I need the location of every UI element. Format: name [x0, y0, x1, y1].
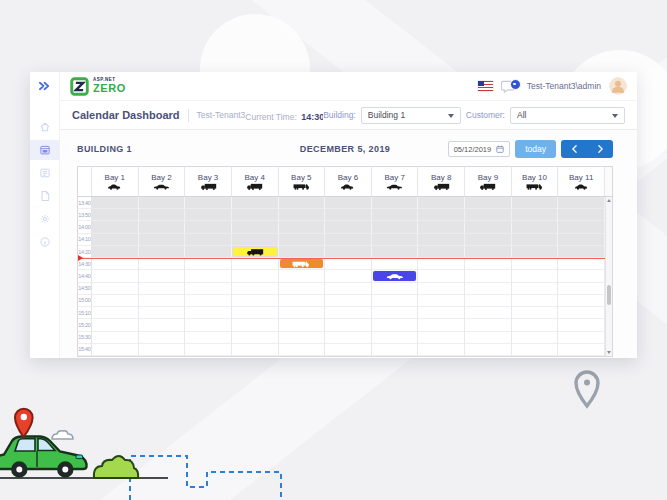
slot-cell[interactable]: [512, 197, 559, 209]
slot-cell[interactable]: [465, 197, 512, 209]
slot-cell[interactable]: [232, 197, 279, 209]
language-flag-icon[interactable]: [478, 81, 493, 91]
slot-cell[interactable]: [279, 283, 326, 295]
slot-cell[interactable]: [372, 307, 419, 319]
date-input[interactable]: 05/12/2019: [448, 141, 511, 157]
slot-cell[interactable]: [558, 246, 605, 258]
slot-cell[interactable]: [325, 234, 372, 246]
building-select[interactable]: Building 1: [361, 107, 461, 124]
slot-cell[interactable]: [139, 234, 186, 246]
slot-cell[interactable]: [139, 344, 186, 356]
slot-cell[interactable]: [372, 283, 419, 295]
slot-cell[interactable]: [279, 307, 326, 319]
slot-cell[interactable]: [325, 197, 372, 209]
slot-cell[interactable]: [512, 332, 559, 344]
slot-cell[interactable]: [558, 209, 605, 221]
slot-cell[interactable]: [185, 209, 232, 221]
slot-cell[interactable]: [279, 344, 326, 356]
slot-cell[interactable]: [512, 270, 559, 282]
slot-cell[interactable]: [325, 246, 372, 258]
slot-cell[interactable]: [465, 319, 512, 331]
vertical-scrollbar[interactable]: [605, 197, 612, 356]
slot-cell[interactable]: [92, 344, 139, 356]
slot-cell[interactable]: [279, 270, 326, 282]
slot-cell[interactable]: [558, 283, 605, 295]
slot-cell[interactable]: [418, 283, 465, 295]
slot-cell[interactable]: [465, 270, 512, 282]
slot-cell[interactable]: [558, 319, 605, 331]
slot-cell[interactable]: [232, 295, 279, 307]
slot-cell[interactable]: [92, 209, 139, 221]
slot-cell[interactable]: [139, 246, 186, 258]
prev-button[interactable]: [561, 140, 587, 158]
slot-cell[interactable]: [232, 319, 279, 331]
slot-cell[interactable]: [372, 332, 419, 344]
slot-cell[interactable]: [92, 246, 139, 258]
slot-cell[interactable]: [139, 319, 186, 331]
slot-cell[interactable]: [512, 295, 559, 307]
slot-cell[interactable]: [512, 209, 559, 221]
slot-cell[interactable]: [232, 246, 279, 258]
slot-cell[interactable]: [465, 344, 512, 356]
slot-cell[interactable]: [512, 283, 559, 295]
slot-cell[interactable]: [558, 234, 605, 246]
slot-cell[interactable]: [139, 258, 186, 270]
slot-cell[interactable]: [92, 332, 139, 344]
slot-cell[interactable]: [418, 234, 465, 246]
slot-cell[interactable]: [232, 344, 279, 356]
slot-cell[interactable]: [279, 246, 326, 258]
slot-cell[interactable]: [185, 234, 232, 246]
slot-cell[interactable]: [465, 283, 512, 295]
slot-cell[interactable]: [418, 258, 465, 270]
slot-cell[interactable]: [372, 295, 419, 307]
user-name[interactable]: Test-Tenant3\admin: [527, 81, 601, 91]
slot-cell[interactable]: [139, 197, 186, 209]
slot-cell[interactable]: [232, 221, 279, 233]
slot-cell[interactable]: [372, 319, 419, 331]
slot-cell[interactable]: [418, 221, 465, 233]
slot-cell[interactable]: [92, 197, 139, 209]
slot-cell[interactable]: [185, 258, 232, 270]
slot-cell[interactable]: [232, 234, 279, 246]
slot-cell[interactable]: [325, 319, 372, 331]
slot-cell[interactable]: [185, 319, 232, 331]
slot-cell[interactable]: [232, 283, 279, 295]
slot-cell[interactable]: [558, 258, 605, 270]
sidebar-item-home[interactable]: [30, 117, 59, 137]
scrollbar-thumb[interactable]: [607, 285, 611, 305]
slot-cell[interactable]: [465, 221, 512, 233]
slot-cell[interactable]: [92, 258, 139, 270]
slot-cell[interactable]: [465, 332, 512, 344]
slot-cell[interactable]: [92, 234, 139, 246]
booking-event[interactable]: [233, 247, 277, 256]
slot-cell[interactable]: [465, 307, 512, 319]
scroll-up-icon[interactable]: [606, 197, 612, 204]
sidebar-item-bookings[interactable]: [30, 163, 59, 183]
slot-cell[interactable]: [279, 209, 326, 221]
slot-cell[interactable]: [279, 295, 326, 307]
slot-cell[interactable]: [92, 221, 139, 233]
slot-cell[interactable]: [279, 332, 326, 344]
slot-cell[interactable]: [92, 319, 139, 331]
scroll-down-icon[interactable]: [606, 349, 612, 356]
slot-cell[interactable]: [372, 221, 419, 233]
slot-cell[interactable]: [418, 307, 465, 319]
slot-cell[interactable]: [558, 295, 605, 307]
slot-cell[interactable]: [372, 258, 419, 270]
slot-cell[interactable]: [185, 332, 232, 344]
slot-cell[interactable]: [185, 246, 232, 258]
slot-cell[interactable]: [139, 332, 186, 344]
slot-cell[interactable]: [372, 197, 419, 209]
slot-cell[interactable]: [185, 221, 232, 233]
slot-cell[interactable]: [325, 295, 372, 307]
slot-cell[interactable]: [418, 319, 465, 331]
slot-cell[interactable]: [418, 270, 465, 282]
slot-cell[interactable]: [185, 283, 232, 295]
slot-cell[interactable]: [139, 209, 186, 221]
customer-select[interactable]: All: [510, 107, 625, 124]
slot-cell[interactable]: [418, 209, 465, 221]
slot-cell[interactable]: [558, 307, 605, 319]
sidebar-item-about[interactable]: [30, 232, 59, 252]
slot-cell[interactable]: [185, 344, 232, 356]
today-button[interactable]: today: [515, 140, 556, 158]
